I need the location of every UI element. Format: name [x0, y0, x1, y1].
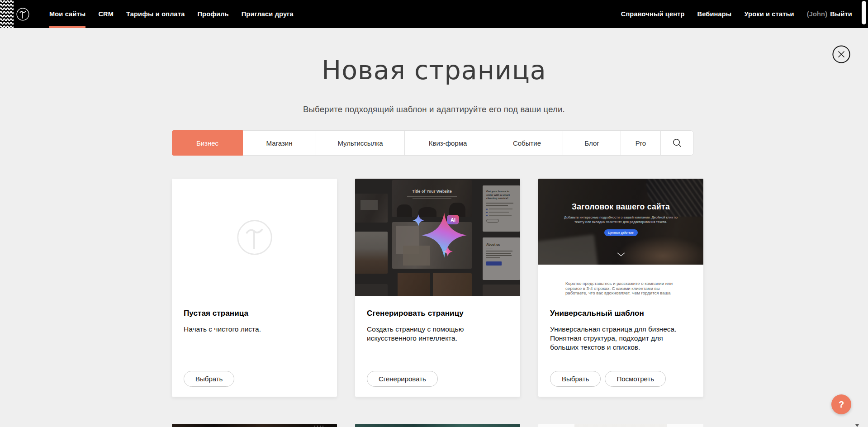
- nav-right: Справочный центр Вебинары Уроки и статьи…: [621, 0, 852, 28]
- chevron-down-icon: [617, 252, 625, 256]
- svg-text:AI: AI: [451, 217, 455, 223]
- preview-hero-subtitle: Добавьте интересные подробности о вашей …: [560, 215, 683, 224]
- template-preview-strip[interactable]: [538, 424, 703, 427]
- tab-label: Pro: [636, 139, 646, 147]
- tab-quiz[interactable]: Квиз-форма: [404, 130, 491, 156]
- preview-inner: [574, 424, 667, 427]
- preview-hero: Заголовок вашего сайта Добавьте интересн…: [538, 179, 703, 265]
- tab-business[interactable]: Бизнес: [172, 130, 243, 156]
- zigzag-pattern: [0, 0, 14, 28]
- card-universal-template[interactable]: Заголовок вашего сайта Добавьте интересн…: [538, 179, 703, 397]
- nav-label: Мои сайты: [49, 10, 85, 18]
- scrollbar-down-arrow[interactable]: [855, 424, 859, 427]
- template-preview-strip[interactable]: [172, 424, 337, 427]
- active-underline: [49, 26, 85, 28]
- tab-label: Бизнес: [196, 139, 218, 147]
- mini-site-title: Title of Your Website: [392, 189, 472, 194]
- universal-template-preview: Заголовок вашего сайта Добавьте интересн…: [538, 179, 703, 296]
- tilda-logo[interactable]: [15, 0, 30, 28]
- nav-label: CRM: [98, 10, 114, 18]
- user-name: (John): [807, 10, 828, 18]
- preview-body-text: Коротко представьтесь и расскажите о ком…: [565, 281, 676, 296]
- blank-page-preview: [172, 179, 337, 296]
- preview-hero-title: Заголовок вашего сайта: [538, 202, 703, 212]
- tab-multilink[interactable]: Мультиссылка: [316, 130, 405, 156]
- nav-item-crm[interactable]: CRM: [98, 0, 114, 28]
- card-title: Пустая страница: [184, 309, 325, 318]
- nav-item-webinars[interactable]: Вебинары: [697, 0, 732, 28]
- nav-item-profile[interactable]: Профиль: [197, 0, 228, 28]
- top-navigation-bar: Мои сайты CRM Тарифы и оплата Профиль Пр…: [0, 0, 868, 28]
- nav-label: Тарифы и оплата: [126, 10, 185, 18]
- tab-blog[interactable]: Блог: [563, 130, 621, 156]
- tab-pro[interactable]: Pro: [621, 130, 661, 156]
- tab-label: Квиз-форма: [429, 139, 467, 147]
- choose-button[interactable]: Выбрать: [184, 371, 234, 387]
- close-button[interactable]: [832, 45, 850, 63]
- card-title: Сгенерировать страницу: [367, 309, 508, 318]
- tab-search[interactable]: [660, 130, 694, 156]
- card-description: Начать с чистого листа.: [184, 325, 325, 334]
- card-blank-page[interactable]: Пустая страница Начать с чистого листа. …: [172, 179, 337, 397]
- nav-item-my-sites[interactable]: Мои сайты: [49, 0, 85, 28]
- nav-item-logout[interactable]: (John)Выйти: [807, 0, 852, 28]
- logout-label: Выйти: [830, 10, 852, 18]
- tab-shop[interactable]: Магазин: [242, 130, 316, 156]
- nav-item-invite-friend[interactable]: Пригласи друга: [242, 0, 294, 28]
- tab-label: Магазин: [266, 139, 293, 147]
- nav-item-pricing[interactable]: Тарифы и оплата: [126, 0, 185, 28]
- scrollbar-thumb[interactable]: [862, 1, 866, 24]
- tab-event[interactable]: Событие: [491, 130, 563, 156]
- tilda-watermark-icon: [234, 217, 275, 258]
- generate-button[interactable]: Сгенерировать: [367, 371, 438, 387]
- search-icon: [672, 138, 682, 148]
- view-button[interactable]: Посмотреть: [605, 371, 666, 387]
- card-description: Универсальная страница для бизнеса. Поня…: [550, 325, 688, 352]
- nav-label: Справочный центр: [621, 10, 685, 18]
- nav-label: Профиль: [197, 10, 228, 18]
- card-ai-generate[interactable]: Title of Your Website Get your house in …: [355, 179, 520, 397]
- nav-left: Мои сайты CRM Тарифы и оплата Профиль Пр…: [49, 0, 306, 28]
- ai-badge: AI: [447, 215, 459, 224]
- card-title: Универсальный шаблон: [550, 309, 692, 318]
- help-button[interactable]: ?: [831, 394, 851, 414]
- preview-cta-button: Целевое действие: [604, 229, 638, 236]
- choose-button[interactable]: Выбрать: [550, 371, 601, 387]
- card-description: Создать страницу с помощью искусственног…: [367, 325, 484, 343]
- template-category-tabs: Бизнес Магазин Мультиссылка Квиз-форма С…: [172, 130, 694, 156]
- page-title: Новая страница: [0, 55, 868, 85]
- template-preview-strip[interactable]: [355, 424, 520, 427]
- nav-label: Уроки и статьи: [744, 10, 794, 18]
- nav-label: Вебинары: [697, 10, 732, 18]
- tab-label: Событие: [513, 139, 541, 147]
- template-grid: Пустая страница Начать с чистого листа. …: [172, 179, 703, 427]
- preview-dots: [323, 426, 323, 427]
- ai-generate-preview: Title of Your Website Get your house in …: [355, 179, 520, 296]
- nav-item-lessons[interactable]: Уроки и статьи: [744, 0, 794, 28]
- page-subtitle: Выберите подходящий шаблон и адаптируйте…: [0, 104, 868, 114]
- tab-label: Блог: [584, 139, 599, 147]
- nav-label: Пригласи друга: [242, 10, 294, 18]
- tab-label: Мультиссылка: [337, 139, 383, 147]
- nav-item-help-center[interactable]: Справочный центр: [621, 0, 685, 28]
